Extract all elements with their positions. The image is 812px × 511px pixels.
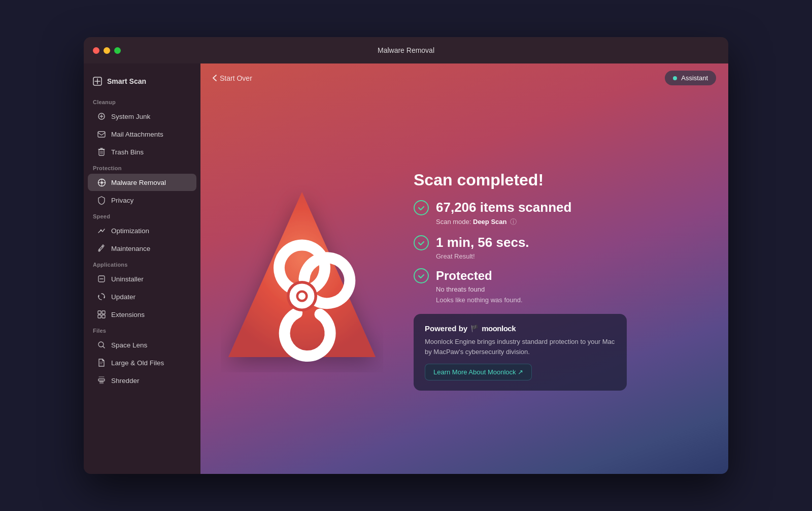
svg-point-5 [100,181,103,184]
back-label: Start Over [220,74,252,82]
sidebar-item-updater[interactable]: Updater [88,288,196,305]
moonlock-logo: moonlock [482,324,516,333]
svg-point-7 [98,250,100,251]
sidebar-item-uninstaller[interactable]: Uninstaller [88,270,196,288]
close-button[interactable] [93,47,99,54]
moonlock-flag-icon: 🏴 [470,325,479,332]
trash-icon [97,147,106,156]
svg-rect-12 [102,315,105,318]
uninstaller-icon [97,274,106,283]
scan-mode-label: Scan mode: [436,218,471,226]
large-files-icon [97,358,106,367]
items-scanned-row: 67,206 items scanned [414,200,708,215]
sidebar-item-smart-scan[interactable]: Smart Scan [84,72,200,91]
section-label-cleanup: Cleanup [84,95,200,107]
space-lens-icon [97,340,106,349]
section-label-protection: Protection [84,161,200,173]
powered-by-text: Powered by [425,324,467,333]
sidebar-item-mail-attachments[interactable]: Mail Attachments [88,125,196,143]
sidebar-item-maintenance[interactable]: Maintenance [88,240,196,257]
privacy-icon [97,196,106,205]
learn-more-button[interactable]: Learn More About Moonlock ↗ [425,364,532,380]
assistant-label: Assistant [681,74,708,82]
section-label-applications: Applications [84,258,200,270]
svg-rect-11 [98,315,101,318]
check-icon-time [414,235,429,250]
system-junk-icon [97,112,106,121]
nothing-found-text: Looks like nothing was found. [414,296,708,304]
maximize-button[interactable] [114,47,121,54]
main-content: Start Over Assistant [200,63,728,474]
large-old-files-label: Large & Old Files [111,359,164,367]
content-header: Start Over Assistant [200,63,728,92]
sidebar-item-malware-removal[interactable]: Malware Removal [88,174,196,191]
moonlock-header: Powered by 🏴 moonlock [425,324,616,333]
optimization-label: Optimization [111,227,149,235]
sidebar-item-privacy[interactable]: Privacy [88,191,196,209]
sidebar-item-trash-bins[interactable]: Trash Bins [88,143,196,161]
maintenance-icon [97,244,106,253]
great-result-text: Great Result! [414,252,708,260]
section-label-files: Files [84,324,200,336]
minimize-button[interactable] [104,47,110,54]
extensions-label: Extensions [111,311,145,318]
back-button[interactable]: Start Over [213,74,252,82]
sidebar-item-system-junk[interactable]: System Junk [88,108,196,125]
no-threats-text: No threats found [414,285,708,293]
svg-rect-14 [98,379,105,381]
sidebar-item-extensions[interactable]: Extensions [88,306,196,323]
mail-attachments-label: Mail Attachments [111,131,163,138]
space-lens-label: Space Lens [111,341,147,349]
svg-rect-10 [102,311,105,314]
malware-icon [97,178,106,187]
info-icon: ⓘ [510,218,517,226]
biohazard-illustration [211,172,393,385]
section-label-speed: Speed [84,209,200,221]
time-elapsed-text: 1 min, 56 secs. [436,235,529,250]
sidebar-item-large-old-files[interactable]: Large & Old Files [88,354,196,371]
updater-label: Updater [111,293,136,301]
scan-mode-value: Deep Scan [473,218,506,226]
protected-text: Protected [436,269,492,283]
malware-removal-label: Malware Removal [111,179,166,186]
main-layout: Smart Scan Cleanup System Junk [84,63,728,474]
check-icon-protected [414,268,429,283]
assistant-button[interactable]: Assistant [665,71,716,85]
svg-rect-9 [98,311,101,314]
extensions-icon [97,310,106,319]
uninstaller-label: Uninstaller [111,275,144,283]
svg-point-18 [298,293,306,300]
learn-more-label: Learn More About Moonlock ↗ [433,368,523,376]
smart-scan-label: Smart Scan [107,77,146,85]
time-row: 1 min, 56 secs. [414,235,708,250]
sidebar-item-optimization[interactable]: Optimization [88,222,196,239]
scan-mode-text: Scan mode: Deep Scan ⓘ [414,217,708,227]
results-panel: Scan completed! 67,206 items scanned Sca… [414,166,708,391]
moonlock-card: Powered by 🏴 moonlock Moonlock Engine br… [414,314,627,391]
sidebar-item-shredder[interactable]: Shredder [88,372,196,389]
sidebar: Smart Scan Cleanup System Junk [84,63,200,474]
title-bar: Malware Removal [84,37,728,63]
items-scanned-text: 67,206 items scanned [436,200,571,215]
shredder-label: Shredder [111,377,140,385]
optimization-icon [97,226,106,235]
svg-rect-2 [98,132,105,137]
protected-row: Protected [414,268,708,283]
mail-icon [97,130,106,139]
maintenance-label: Maintenance [111,245,150,252]
system-junk-label: System Junk [111,113,150,120]
content-body: Scan completed! 67,206 items scanned Sca… [200,92,728,474]
trash-bins-label: Trash Bins [111,148,144,156]
biohazard-svg [221,184,383,372]
check-icon-items [414,200,429,215]
assistant-status-dot [673,76,677,80]
moonlock-description: Moonlock Engine brings industry standard… [425,337,616,357]
sidebar-item-space-lens[interactable]: Space Lens [88,336,196,354]
updater-icon [97,292,106,301]
privacy-label: Privacy [111,197,133,204]
shredder-icon [97,376,106,385]
window-title: Malware Removal [378,46,434,54]
traffic-lights [93,47,121,54]
scan-completed-title: Scan completed! [414,171,708,189]
app-window: Malware Removal Smart Scan Cleanup [84,37,728,474]
